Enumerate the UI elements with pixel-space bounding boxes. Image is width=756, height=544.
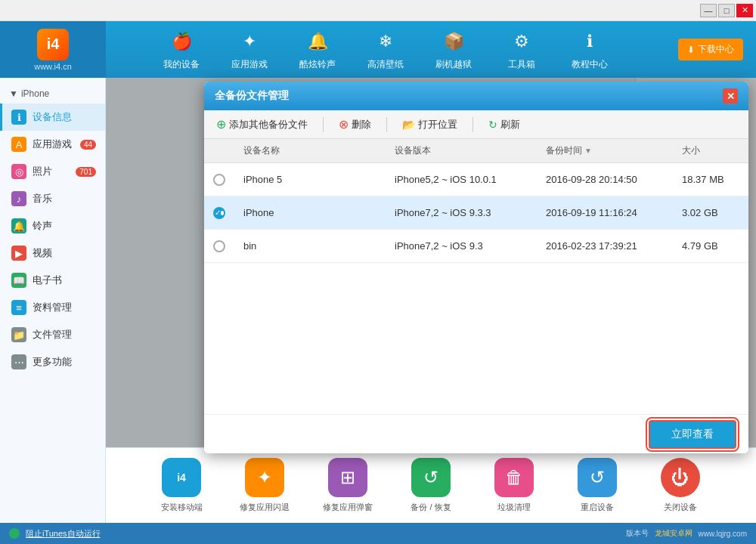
row1-backup-time: 2016-09-28 20:14:50	[543, 174, 679, 185]
row3-backup-time: 2016-02-23 17:39:21	[543, 240, 679, 252]
confirm-view-button[interactable]: 立即查看	[649, 420, 736, 449]
photos-icon: ◎	[11, 164, 26, 179]
maximize-button[interactable]: □	[718, 4, 735, 17]
row2-size: 3.02 GB	[679, 207, 748, 218]
radio-3[interactable]	[213, 240, 225, 252]
download-center-button[interactable]: ⬇ 下载中心	[678, 39, 743, 60]
radio-1[interactable]	[213, 174, 225, 186]
brand-label: 龙城安卓网	[655, 528, 692, 539]
top-content: 电 86% 精确查询 iCloud详情 2014年34周 在线查询 澳门/新加坡…	[106, 78, 756, 447]
bottom-toolbar: i4 安装移动端 ✦ 修复应用闪退 ⊞ 修复应用弹窗 ↺ 备份 / 恢复	[106, 447, 756, 523]
bottom-tool-fix-popup[interactable]: ⊞ 修复应用弹窗	[318, 458, 378, 513]
toolbar-separator-1	[323, 117, 324, 132]
open-location-button[interactable]: 📂 打开位置	[399, 116, 460, 133]
bottom-tool-install[interactable]: i4 安装移动端	[151, 458, 212, 513]
nav-tools[interactable]: ⚙ 工具箱	[488, 21, 556, 78]
backup-table: 设备名称 设备版本 备份时间 ▼ 大小 加密	[204, 139, 748, 414]
row1-select[interactable]	[210, 174, 240, 186]
col-device-version: 设备版本	[392, 144, 543, 157]
add-backup-button[interactable]: ⊕ 添加其他备份文件	[213, 116, 311, 133]
nav-jailbreak-icon: 📦	[440, 28, 467, 55]
close-button[interactable]: ✕	[736, 4, 753, 17]
table-body: iPhone 5 iPhone5,2 ~ iOS 10.0.1 2016-09-…	[204, 163, 748, 263]
nav-apps-icon: ✦	[236, 28, 263, 55]
sidebar-item-ringtones[interactable]: 🔔 铃声	[0, 212, 105, 240]
modal-overlay: 全备份文件管理 ✕ ⊕ 添加其他备份文件 ⊗	[106, 78, 756, 447]
collapse-icon[interactable]: ▼	[9, 88, 18, 99]
row1-version: iPhone5,2 ~ iOS 10.0.1	[392, 174, 543, 185]
nav-my-device[interactable]: 🍎 我的设备	[147, 21, 215, 78]
sidebar: ▼ iPhone ℹ 设备信息 A 应用游戏 44 ◎ 照片 701 ♪ 音乐	[0, 78, 106, 523]
photos-label: 照片	[33, 165, 52, 178]
sidebar-section-title: ▼ iPhone	[0, 84, 105, 104]
install-label: 安装移动端	[161, 502, 203, 513]
table-row[interactable]: bin iPhone7,2 ~ iOS 9.3 2016-02-23 17:39…	[204, 230, 748, 263]
sidebar-item-data-mgmt[interactable]: ≡ 资料管理	[0, 294, 105, 321]
sidebar-item-music[interactable]: ♪ 音乐	[0, 185, 105, 212]
backup-icon: ↺	[411, 458, 451, 497]
device-info-label: 设备信息	[33, 110, 72, 124]
sidebar-item-device-info[interactable]: ℹ 设备信息	[0, 104, 105, 131]
music-label: 音乐	[33, 192, 52, 206]
bottom-tool-shutdown[interactable]: ⏻ 关闭设备	[650, 458, 711, 513]
ebooks-icon: 📖	[11, 273, 26, 288]
device-info-icon: ℹ	[11, 110, 26, 125]
nav-jailbreak[interactable]: 📦 刷机越狱	[420, 21, 488, 78]
radio-2[interactable]: ✓	[213, 207, 225, 219]
row3-select[interactable]	[210, 240, 240, 252]
table-header: 设备名称 设备版本 备份时间 ▼ 大小 加密	[204, 139, 748, 163]
download-label: 下载中心	[698, 43, 734, 56]
restart-label: 重启设备	[581, 502, 614, 513]
restart-icon: ↺	[578, 458, 617, 497]
sidebar-item-file-mgmt[interactable]: 📁 文件管理	[0, 321, 105, 348]
main-content: ▼ iPhone ℹ 设备信息 A 应用游戏 44 ◎ 照片 701 ♪ 音乐	[0, 78, 756, 523]
nav-jailbreak-label: 刷机越狱	[435, 58, 472, 71]
row2-version: iPhone7,2 ~ iOS 9.3.3	[392, 207, 543, 218]
bottom-tool-clean[interactable]: 🗑 垃圾清理	[484, 458, 544, 513]
nav-apps[interactable]: ✦ 应用游戏	[215, 21, 284, 78]
nav-tutorial[interactable]: ℹ 教程中心	[556, 21, 624, 78]
sidebar-item-apps[interactable]: A 应用游戏 44	[0, 131, 105, 158]
status-text[interactable]: 阻止iTunes自动运行	[26, 528, 101, 539]
row2-select[interactable]: ✓	[210, 207, 240, 219]
install-icon: i4	[162, 458, 201, 497]
sidebar-item-more[interactable]: ⋯ 更多功能	[0, 348, 105, 376]
minimize-button[interactable]: —	[700, 4, 717, 17]
nav-ringtones-label: 酷炫铃声	[299, 58, 336, 71]
bottom-tool-restart[interactable]: ↺ 重启设备	[567, 458, 627, 513]
col-backup-time[interactable]: 备份时间 ▼	[543, 144, 679, 157]
nav-ringtones-icon: 🔔	[304, 28, 331, 55]
music-icon: ♪	[11, 191, 26, 206]
logo-icon: i4	[37, 29, 69, 60]
folder-icon: 📂	[402, 119, 415, 131]
refresh-label: 刷新	[500, 118, 520, 131]
clean-icon: 🗑	[494, 458, 534, 497]
bottom-tool-fix-crash[interactable]: ✦ 修复应用闪退	[234, 458, 295, 513]
fix-crash-icon: ✦	[245, 458, 284, 497]
modal-title: 全备份文件管理	[215, 89, 289, 103]
table-row[interactable]: iPhone 5 iPhone5,2 ~ iOS 10.0.1 2016-09-…	[204, 163, 748, 196]
refresh-button[interactable]: ↻ 刷新	[485, 116, 523, 133]
sidebar-item-photos[interactable]: ◎ 照片 701	[0, 158, 105, 185]
app-header: i4 www.i4.cn 🍎 我的设备 ✦ 应用游戏 🔔 酷炫铃声 ❄ 高清壁纸…	[0, 21, 756, 78]
row3-size: 4.79 GB	[679, 240, 748, 252]
row1-size: 18.37 MB	[679, 174, 748, 185]
sidebar-item-videos[interactable]: ▶ 视频	[0, 240, 105, 267]
row3-device-name: bin	[240, 240, 392, 252]
delete-icon: ⊗	[339, 117, 349, 131]
sidebar-item-ebooks[interactable]: 📖 电子书	[0, 267, 105, 294]
row3-version: iPhone7,2 ~ iOS 9.3	[392, 240, 543, 252]
fix-popup-icon: ⊞	[328, 458, 367, 497]
row1-device-name: iPhone 5	[240, 174, 392, 185]
bottom-tool-backup[interactable]: ↺ 备份 / 恢复	[401, 458, 461, 513]
nav-ringtones[interactable]: 🔔 酷炫铃声	[284, 21, 352, 78]
refresh-icon: ↻	[488, 119, 497, 131]
modal-close-button[interactable]: ✕	[723, 88, 738, 104]
nav-wallpaper[interactable]: ❄ 高清壁纸	[352, 21, 420, 78]
logo-url: www.i4.cn	[34, 62, 72, 71]
apps-label: 应用游戏	[33, 138, 72, 151]
delete-button[interactable]: ⊗ 删除	[336, 116, 374, 133]
table-row[interactable]: ✓ iPhone iPhone7,2 ~ iOS 9.3.3 2016-09-1…	[204, 196, 748, 230]
nav-apps-label: 应用游戏	[231, 58, 268, 71]
brand-url: www.lqjrg.com	[699, 530, 747, 538]
